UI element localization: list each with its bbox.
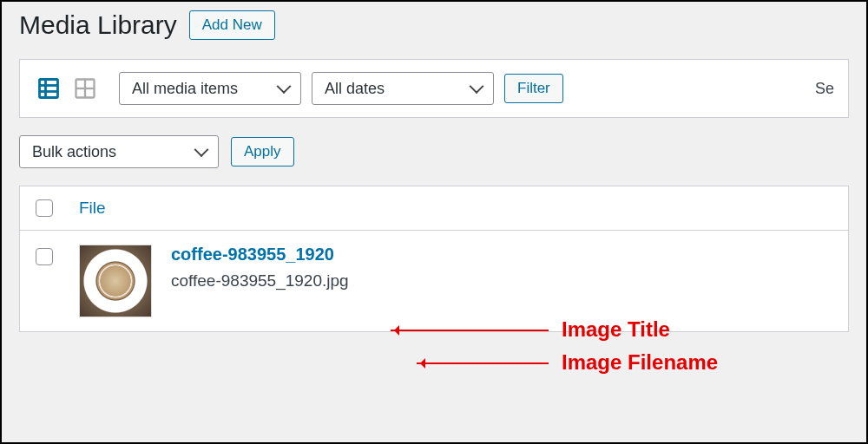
list-view-button[interactable] bbox=[34, 74, 63, 103]
row-checkbox[interactable] bbox=[36, 248, 53, 265]
svg-rect-0 bbox=[40, 80, 58, 98]
filter-button[interactable]: Filter bbox=[504, 74, 563, 103]
annotation-filename: Image Filename bbox=[562, 350, 718, 375]
apply-button[interactable]: Apply bbox=[231, 137, 294, 166]
annotation-arrow-icon bbox=[417, 362, 549, 364]
table-row: coffee-983955_1920 coffee-983955_1920.jp… bbox=[20, 231, 848, 331]
table-header: File bbox=[20, 186, 848, 231]
media-title-link[interactable]: coffee-983955_1920 bbox=[171, 245, 334, 264]
add-new-button[interactable]: Add New bbox=[189, 10, 275, 40]
grid-view-button[interactable] bbox=[70, 74, 100, 103]
search-label-cut: Se bbox=[815, 80, 834, 98]
media-type-filter[interactable]: All media items bbox=[119, 72, 301, 105]
media-thumbnail[interactable] bbox=[79, 245, 152, 317]
select-all-checkbox[interactable] bbox=[36, 199, 53, 217]
bulk-actions-select[interactable]: Bulk actions bbox=[19, 135, 219, 168]
media-table: File coffee-983955_1920 coffee-983955_19… bbox=[19, 186, 849, 332]
page-title: Media Library bbox=[19, 10, 177, 40]
column-header-file[interactable]: File bbox=[79, 199, 106, 218]
media-filename: coffee-983955_1920.jpg bbox=[171, 271, 349, 290]
media-toolbar: All media items All dates Filter Se bbox=[19, 59, 849, 118]
date-filter[interactable]: All dates bbox=[312, 72, 494, 105]
